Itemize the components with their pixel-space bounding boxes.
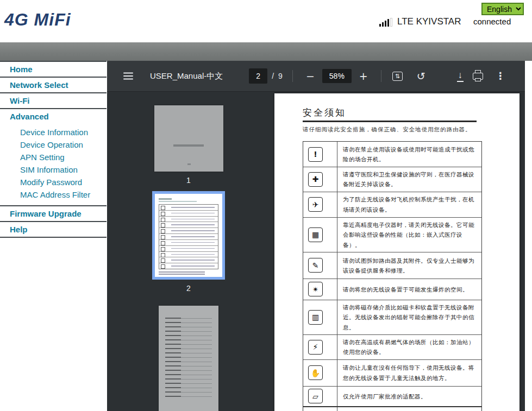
screwdriver-icon: ✎	[308, 258, 323, 273]
table-cell-text: 仅允许使用厂家批准的适配器。	[337, 387, 481, 406]
header-divider-bar	[0, 42, 532, 61]
table-row: ! 请勿在禁止使用该设备或使用时可能造成干扰或危险的场合开机。	[303, 142, 481, 167]
page-number-input[interactable]	[249, 68, 267, 84]
sidebar-item-sim-information[interactable]: SIM Information	[0, 163, 107, 176]
zoom-level-label: 58%	[322, 69, 352, 83]
thumbnail-page-2-selected[interactable]	[152, 191, 225, 280]
explosion-icon: ✴	[308, 282, 323, 296]
zoom-out-button[interactable]: −	[303, 69, 318, 84]
signal-strength-icon	[379, 19, 392, 27]
rotate-button[interactable]: ↺	[414, 69, 429, 84]
table-row: ⚡ 请勿在高温或有易燃气体的场所（比如：加油站）使用您的设备。	[303, 335, 481, 360]
more-options-button[interactable]: ⋮	[492, 69, 509, 83]
toc-lines-decoration	[165, 318, 212, 399]
download-button[interactable]: ↓	[457, 71, 464, 81]
precision-instrument-icon: ▦	[308, 227, 323, 242]
sidebar-item-firmware-upgrade[interactable]: Firmware Upgrade	[0, 206, 107, 221]
connection-status-label: connected	[473, 17, 511, 26]
airplane-icon: ✈	[308, 197, 323, 212]
sidebar-item-device-information[interactable]: Device Information	[0, 126, 107, 138]
table-cell-text: 请遵守医院和卫生保健设施的守则，在医疗器械设备附近关掉该设备。	[337, 167, 481, 192]
sidebar-nav: Home Network Select Wi-Fi Advanced Devic…	[0, 61, 107, 411]
table-cell-text: 请勿让儿童在没有任何指导下，使用无线设备。将您的无线设备置于儿童无法触及的地方。	[337, 360, 481, 386]
sidebar-item-home[interactable]: Home	[0, 62, 107, 77]
fit-to-page-button[interactable]: ⇅	[392, 72, 403, 81]
table-cell-text: 请勿试图拆卸路由器及其附件。仅专业人士能够为该设备提供服务和修理。	[337, 252, 481, 279]
mini-subtitle	[159, 201, 197, 202]
table-cell-text: 请勿在高温或有易燃气体的场所（比如：加油站）使用您的设备。	[337, 335, 481, 359]
sidebar-item-device-operation[interactable]: Device Operation	[0, 138, 107, 151]
thumbnail-panel: 1 2	[107, 91, 270, 411]
table-row: ▥ 请勿将磁存储介质比如磁卡和软盘置于无线设备附近。无线设备发出的辐射可能会擦除…	[303, 300, 481, 335]
thumbnail-label-2: 2	[186, 284, 191, 293]
sidebar-item-network-select[interactable]: Network Select	[0, 78, 107, 92]
network-status: LTE KYIVSTAR	[379, 16, 461, 27]
table-row: ✈ 为了防止无线设备对飞机控制系统产生干扰，在机场请关闭该设备。	[303, 192, 481, 218]
thumbnail-page-3[interactable]	[159, 306, 218, 411]
table-row: ✚ 请遵守医院和卫生保健设施的守则，在医疗器械设备附近关掉该设备。	[303, 167, 481, 192]
magnetic-media-icon: ▥	[308, 310, 323, 325]
pdf-document-title: USER_Manual-中文	[150, 71, 223, 81]
app-header: 4G MiFi English LTE KYIVSTAR connected	[0, 0, 532, 42]
sidebar-item-mac-address-filter[interactable]: MAC Address Filter	[0, 188, 107, 201]
print-button[interactable]	[473, 73, 483, 80]
thumbnail-label-1: 1	[186, 176, 191, 185]
toolbar-right-group: ↓ ⋮	[457, 69, 509, 83]
power-adapter-icon: ▱	[308, 389, 323, 403]
sidebar-item-apn-setting[interactable]: APN Setting	[0, 151, 107, 163]
sidebar-item-help[interactable]: Help	[0, 222, 107, 237]
page-separator: /	[272, 72, 274, 80]
divider	[381, 70, 381, 82]
mini-notes	[159, 271, 205, 273]
table-cell-text: 靠近高精度电子仪器时，请关闭无线设备。它可能会影响这些设备的性能（比如：嵌入式医…	[337, 218, 481, 252]
network-name-label: LTE KYIVSTAR	[397, 16, 461, 27]
sidebar-advanced-subgroup: Device Information Device Operation APN …	[0, 124, 107, 205]
table-cell-text: 请勿将磁存储介质比如磁卡和软盘置于无线设备附近。无线设备发出的辐射可能会擦除存于…	[337, 300, 481, 334]
mini-title	[159, 198, 172, 200]
zoom-in-button[interactable]: +	[356, 69, 371, 84]
document-subtitle: 请仔细阅读此安全措施，确保正确、安全地使用您的路由器。	[303, 126, 520, 134]
table-row: ▱ 仅允许使用厂家批准的适配器。	[303, 387, 481, 407]
language-select[interactable]: English	[481, 3, 524, 15]
fuel-pump-icon: ⚡	[308, 340, 323, 355]
app-logo: 4G MiFi	[4, 10, 71, 30]
divider	[292, 70, 293, 82]
mini-table	[159, 204, 218, 269]
pdf-viewer: USER_Manual-中文 / 9 − 58% + ⇅ ↺ ↓ ⋮ 1	[107, 61, 525, 411]
table-row: ❒ 使用该设备时请遵守相关法律法规，尊重他人隐私和合法权益。	[303, 407, 481, 411]
table-row: ✋ 请勿让儿童在没有任何指导下，使用无线设备。将您的无线设备置于儿童无法触及的地…	[303, 360, 481, 387]
title-underline	[303, 121, 477, 122]
table-row: ✴ 请勿将您的无线设备置于可能发生爆炸的空间。	[303, 279, 481, 300]
document-area: 安全须知 请仔细阅读此安全措施，确保正确、安全地使用您的路由器。 ! 请勿在禁止…	[270, 91, 525, 411]
safety-table: ! 请勿在禁止使用该设备或使用时可能造成干扰或危险的场合开机。 ✚ 请遵守医院和…	[303, 141, 482, 411]
menu-icon[interactable]	[123, 75, 133, 77]
table-row: ✎ 请勿试图拆卸路由器及其附件。仅专业人士能够为该设备提供服务和修理。	[303, 252, 481, 279]
total-pages-label: 9	[278, 72, 283, 80]
sidebar-item-advanced[interactable]: Advanced	[0, 109, 107, 124]
table-cell-text: 使用该设备时请遵守相关法律法规，尊重他人隐私和合法权益。	[337, 407, 481, 411]
document-page: 安全须知 请仔细阅读此安全措施，确保正确、安全地使用您的路由器。 ! 请勿在禁止…	[274, 93, 520, 411]
document-title: 安全须知	[303, 106, 520, 119]
exclamation-icon: !	[308, 147, 323, 162]
hand-icon: ✋	[308, 365, 323, 380]
page-controls: / 9 − 58% + ⇅ ↺	[249, 68, 428, 84]
first-aid-kit-icon: ✚	[308, 172, 323, 187]
thumbnail-page-1[interactable]	[154, 105, 223, 172]
divider	[0, 237, 107, 238]
table-row: ▦ 靠近高精度电子仪器时，请关闭无线设备。它可能会影响这些设备的性能（比如：嵌入…	[303, 218, 481, 252]
table-cell-text: 请勿将您的无线设备置于可能发生爆炸的空间。	[337, 279, 481, 300]
sidebar-item-wifi[interactable]: Wi-Fi	[0, 93, 107, 108]
table-cell-text: 为了防止无线设备对飞机控制系统产生干扰，在机场请关闭该设备。	[337, 192, 481, 217]
sidebar-item-modify-password[interactable]: Modify Password	[0, 176, 107, 188]
pdf-toolbar: USER_Manual-中文 / 9 − 58% + ⇅ ↺ ↓ ⋮	[107, 61, 525, 91]
table-cell-text: 请勿在禁止使用该设备或使用时可能造成干扰或危险的场合开机。	[337, 142, 481, 167]
